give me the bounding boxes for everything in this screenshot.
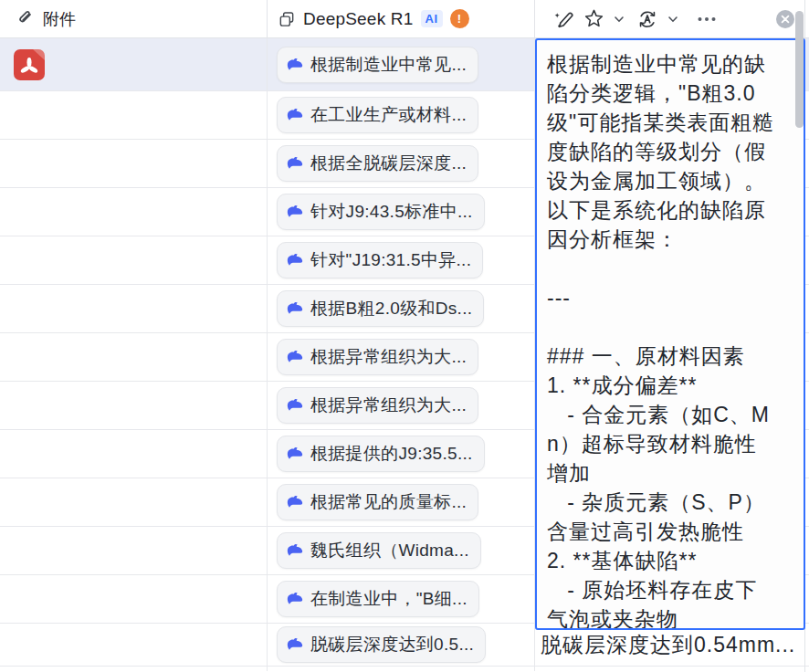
attachment-cell[interactable] [0, 236, 268, 284]
ai-field-badge: AI [421, 10, 443, 27]
ai-response-pill[interactable]: 根据B粗2.0级和Ds... [277, 290, 484, 327]
deepseek-whale-icon [286, 635, 304, 654]
ai-cell[interactable]: 根据异常组织为大... [268, 333, 535, 381]
table-row: 脱碳层深度达到0.5... 脱碳层深度达到0.54mm... [0, 624, 809, 667]
ai-cell[interactable]: 根据异常组织为大... [268, 382, 535, 429]
paperclip-icon [16, 9, 35, 28]
deepseek-whale-icon [286, 251, 304, 269]
ai-cell[interactable]: 针对"J19:31.5中异... [268, 236, 535, 284]
ai-response-pill[interactable]: 根据制造业中常见... [277, 47, 478, 83]
ai-response-text: 魏氏组织（Widma... [310, 539, 469, 562]
chevron-down-icon[interactable] [667, 14, 678, 25]
column-header-attachment[interactable]: 附件 [0, 0, 268, 37]
ai-cell[interactable]: 根据提供的J9:35.5... [268, 430, 535, 478]
attachment-cell[interactable] [0, 188, 268, 236]
result-cell [535, 667, 809, 671]
deepseek-whale-icon [286, 56, 304, 74]
cell-editor-toolbar [535, 0, 809, 37]
ai-edit-pencil-icon[interactable] [552, 7, 575, 31]
ai-response-text: 脱碳层深度达到0.5... [310, 633, 474, 656]
ai-cell[interactable]: 针对J9:43.5标准中... [268, 188, 535, 236]
ai-response-text: 在制造业中，"B细... [310, 587, 468, 611]
column-title: 附件 [43, 8, 76, 30]
ai-response-pill[interactable]: 针对"J19:31.5中异... [277, 242, 483, 278]
attachment-cell[interactable] [0, 38, 268, 90]
auto-generate-a-icon[interactable] [636, 7, 659, 31]
deepseek-whale-icon [286, 106, 304, 124]
ai-response-text: 针对"J19:31.5中异... [310, 248, 471, 272]
more-icon[interactable] [695, 7, 719, 31]
ai-response-text: 根据提供的J9:35.5... [310, 442, 473, 466]
attachment-cell[interactable] [0, 527, 268, 574]
ai-response-pill[interactable]: 脱碳层深度达到0.5... [277, 626, 486, 663]
table-row [0, 667, 809, 671]
attachment-cell[interactable] [0, 478, 268, 526]
ai-response-text: 根据B粗2.0级和Ds... [310, 297, 472, 320]
ai-response-pill[interactable]: 根据提供的J9:35.5... [277, 436, 485, 472]
attachment-cell[interactable] [0, 140, 268, 187]
ai-response-text: 根据常见的质量标... [310, 490, 467, 514]
ai-response-text: 针对J9:43.5标准中... [310, 200, 473, 224]
alert-badge-icon[interactable]: ! [450, 9, 469, 28]
ai-response-text: 根据全脱碳层深度... [310, 152, 467, 175]
attachment-cell[interactable] [0, 91, 268, 139]
column-title: DeepSeek R1 [303, 9, 414, 29]
cell-editor-panel[interactable]: 根据制造业中常见的缺陷分类逻辑，"B粗3.0级"可能指某类表面粗糙度缺陷的等级划… [535, 38, 805, 630]
ai-cell[interactable]: 根据制造业中常见... [268, 38, 535, 90]
table-cell-text: 脱碳层深度达到0.54mm... [541, 631, 795, 659]
attachment-cell[interactable] [0, 430, 268, 478]
ai-cell[interactable]: 在工业生产或材料... [268, 91, 535, 139]
column-header-deepseek[interactable]: DeepSeek R1 AI ! [268, 0, 535, 37]
deepseek-whale-icon [286, 154, 304, 173]
ai-response-text: 根据制造业中常见... [310, 53, 467, 77]
ai-response-pill[interactable]: 根据全脱碳层深度... [277, 145, 478, 182]
ai-cell[interactable]: 魏氏组织（Widma... [268, 527, 535, 574]
deepseek-whale-icon [286, 541, 304, 560]
ai-response-pill[interactable]: 根据异常组织为大... [277, 339, 478, 375]
attachment-cell[interactable] [0, 285, 268, 332]
ai-cell[interactable]: 根据B粗2.0级和Ds... [268, 285, 535, 332]
ai-response-pill[interactable]: 在制造业中，"B细... [277, 581, 479, 617]
ai-response-pill[interactable]: 根据异常组织为大... [277, 387, 478, 424]
deepseek-whale-icon [286, 203, 304, 221]
ai-response-pill[interactable]: 魏氏组织（Widma... [277, 532, 481, 569]
deepseek-whale-icon [286, 590, 304, 608]
cell-editor-text[interactable]: 根据制造业中常见的缺陷分类逻辑，"B粗3.0级"可能指某类表面粗糙度缺陷的等级划… [547, 49, 776, 630]
table-header-row: 附件 DeepSeek R1 AI ! [0, 0, 809, 38]
bitable-grid: 附件 DeepSeek R1 AI ! [0, 0, 809, 672]
deepseek-whale-icon [286, 493, 304, 511]
magic-star-icon[interactable] [583, 7, 605, 30]
deepseek-whale-icon [286, 299, 304, 318]
ai-response-pill[interactable]: 在工业生产或材料... [277, 97, 478, 133]
deepseek-whale-icon [286, 396, 304, 415]
deepseek-whale-icon [286, 445, 304, 463]
panel-scrollbar-thumb[interactable] [795, 11, 804, 128]
pdf-file-icon[interactable] [14, 49, 45, 80]
attachment-cell[interactable] [0, 575, 268, 623]
ai-cell[interactable]: 根据常见的质量标... [268, 478, 535, 526]
ai-cell[interactable]: 脱碳层深度达到0.5... [268, 624, 535, 666]
ai-cell[interactable]: 根据全脱碳层深度... [268, 140, 535, 187]
ai-response-text: 在工业生产或材料... [310, 103, 467, 127]
field-flow-icon [278, 10, 296, 28]
attachment-cell [0, 667, 268, 671]
deepseek-whale-icon [286, 348, 304, 366]
ai-response-pill[interactable]: 根据常见的质量标... [277, 484, 478, 520]
ai-cell[interactable]: 在制造业中，"B细... [268, 575, 535, 623]
close-icon[interactable] [774, 8, 796, 30]
ai-response-text: 根据异常组织为大... [310, 394, 467, 417]
chevron-down-icon[interactable] [614, 14, 625, 25]
ai-cell [268, 667, 535, 671]
ai-response-pill[interactable]: 针对J9:43.5标准中... [277, 194, 485, 230]
attachment-cell[interactable] [0, 333, 268, 381]
attachment-cell[interactable] [0, 382, 268, 429]
ai-response-text: 根据异常组织为大... [310, 345, 467, 369]
attachment-cell[interactable] [0, 624, 268, 666]
